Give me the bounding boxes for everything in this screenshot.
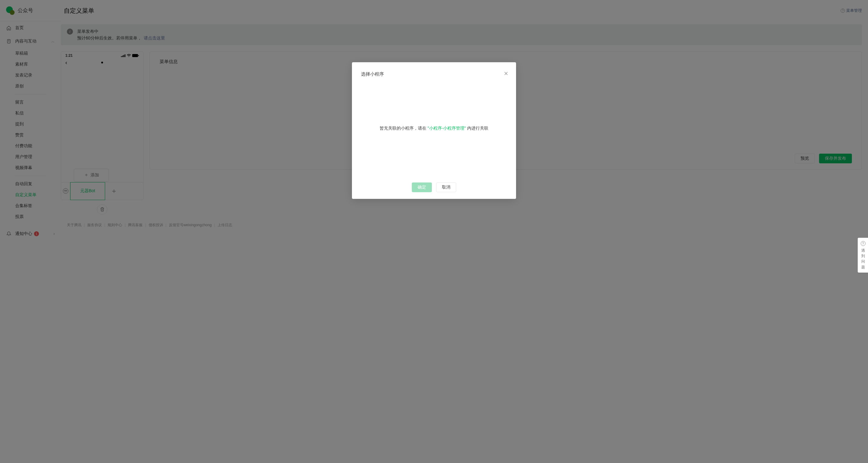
modal-empty-text-b: 内进行关联 — [467, 126, 488, 131]
modal-manage-link[interactable]: "小程序-小程序管理" — [428, 126, 466, 131]
modal-close-button[interactable] — [503, 70, 509, 77]
help-circle-icon: ? — [861, 241, 866, 246]
modal-footer: 确定 取消 — [361, 179, 507, 192]
close-icon — [504, 71, 508, 76]
float-help-char-4: 题 — [861, 265, 865, 269]
modal-body: 暂无关联的小程序，请在 "小程序-小程序管理" 内进行关联 — [361, 77, 507, 179]
modal-overlay[interactable]: 选择小程序 暂无关联的小程序，请在 "小程序-小程序管理" 内进行关联 确定 取… — [0, 0, 868, 463]
float-help-char-1: 遇 — [861, 249, 865, 253]
float-help-char-2: 到 — [861, 254, 865, 258]
float-help-char-3: 问 — [861, 259, 865, 264]
modal-ok-button[interactable]: 确定 — [412, 183, 432, 192]
float-help-button[interactable]: ? 遇 到 问 题 — [858, 238, 868, 273]
select-miniprogram-modal: 选择小程序 暂无关联的小程序，请在 "小程序-小程序管理" 内进行关联 确定 取… — [352, 62, 516, 199]
modal-title: 选择小程序 — [361, 71, 507, 77]
modal-empty-text-a: 暂无关联的小程序，请在 — [380, 126, 426, 131]
modal-cancel-button[interactable]: 取消 — [436, 183, 456, 192]
